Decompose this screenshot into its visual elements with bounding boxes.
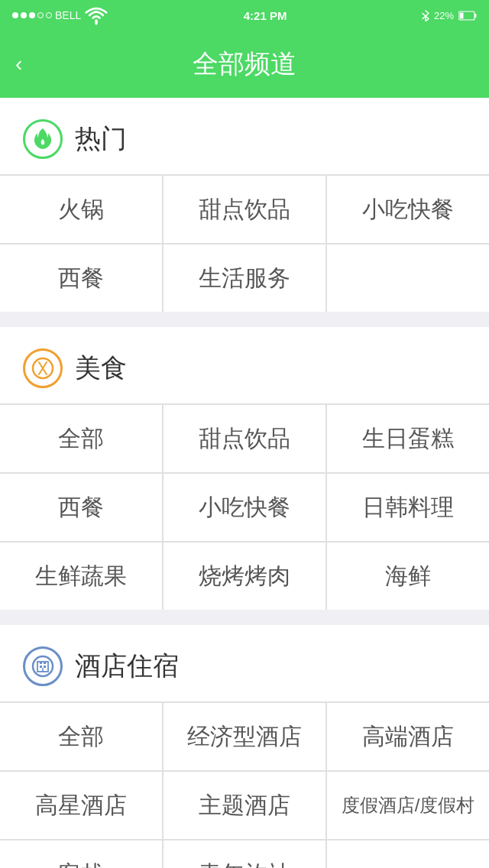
section-hotel: 酒店住宿 全部 经济型酒店 高端酒店 高星酒店 主题酒店 度假酒店/度假村 客栈… — [0, 625, 489, 868]
bluetooth-icon — [422, 9, 429, 21]
grid-item[interactable]: 小吃快餐 — [164, 474, 325, 541]
section-food: 美食 全部 甜点饮品 生日蛋糕 西餐 小吃快餐 日韩料理 生鲜蔬果 烧烤烤肉 海… — [0, 327, 489, 610]
carrier-label: BELL — [55, 9, 81, 21]
utensils-icon — [31, 357, 54, 380]
dot5 — [46, 12, 52, 18]
food-title: 美食 — [75, 351, 127, 386]
hotel-icon — [23, 646, 63, 686]
grid-item[interactable]: 甜点饮品 — [164, 176, 325, 243]
svg-rect-2 — [474, 14, 477, 18]
wifi-icon — [84, 3, 108, 28]
food-icon — [23, 348, 63, 388]
svg-point-6 — [33, 656, 53, 676]
grid-item[interactable]: 生日蛋糕 — [327, 405, 489, 472]
grid-item-empty — [327, 245, 489, 312]
grid-item[interactable]: 生活服务 — [164, 245, 325, 312]
grid-item[interactable]: 全部 — [0, 405, 162, 472]
status-bar: BELL 4:21 PM 22% — [0, 0, 489, 31]
content: 热门 火锅 甜点饮品 小吃快餐 西餐 生活服务 美食 全部 甜 — [0, 98, 489, 868]
grid-item[interactable]: 海鲜 — [327, 542, 489, 610]
svg-rect-1 — [459, 12, 463, 18]
signal-dots — [12, 12, 52, 18]
grid-item[interactable]: 客栈 — [0, 840, 162, 868]
dot1 — [12, 12, 18, 18]
grid-item-empty — [327, 840, 489, 868]
back-button[interactable]: ‹ — [15, 52, 22, 76]
grid-item[interactable]: 甜点饮品 — [164, 405, 325, 472]
header: ‹ 全部频道 — [0, 31, 489, 98]
grid-item[interactable]: 火锅 — [0, 176, 162, 243]
grid-item[interactable]: 全部 — [0, 703, 162, 770]
grid-item[interactable]: 主题酒店 — [164, 772, 325, 839]
hotel-grid: 全部 经济型酒店 高端酒店 高星酒店 主题酒店 度假酒店/度假村 客栈 青年旅社 — [0, 701, 489, 868]
status-left: BELL — [12, 3, 108, 28]
grid-item[interactable]: 高星酒店 — [0, 772, 162, 839]
svg-rect-9 — [44, 666, 46, 668]
grid-item[interactable]: 经济型酒店 — [164, 703, 325, 770]
grid-item[interactable]: 小吃快餐 — [327, 176, 489, 243]
dot2 — [21, 12, 27, 18]
grid-item[interactable]: 生鲜蔬果 — [0, 542, 162, 610]
status-right: 22% — [422, 9, 477, 21]
hot-title: 热门 — [75, 121, 127, 157]
food-grid: 全部 甜点饮品 生日蛋糕 西餐 小吃快餐 日韩料理 生鲜蔬果 烧烤烤肉 海鲜 — [0, 403, 489, 610]
status-time: 4:21 PM — [244, 9, 287, 22]
grid-item[interactable]: 日韩料理 — [327, 474, 489, 541]
building-icon — [31, 655, 54, 678]
section-hotel-header: 酒店住宿 — [0, 625, 489, 701]
page-title: 全部频道 — [193, 47, 296, 82]
battery-icon — [458, 11, 477, 21]
svg-rect-10 — [40, 662, 42, 664]
grid-item[interactable]: 度假酒店/度假村 — [327, 772, 489, 839]
section-hot: 热门 火锅 甜点饮品 小吃快餐 西餐 生活服务 — [0, 98, 489, 312]
grid-item[interactable]: 西餐 — [0, 245, 162, 312]
battery-percent: 22% — [434, 10, 454, 21]
svg-rect-8 — [40, 666, 42, 668]
hot-grid: 火锅 甜点饮品 小吃快餐 西餐 生活服务 — [0, 174, 489, 312]
grid-item[interactable]: 西餐 — [0, 474, 162, 541]
section-hot-header: 热门 — [0, 98, 489, 174]
grid-item[interactable]: 青年旅社 — [164, 840, 325, 868]
hotel-title: 酒店住宿 — [75, 649, 179, 684]
section-food-header: 美食 — [0, 327, 489, 403]
hot-icon — [23, 119, 63, 159]
grid-item[interactable]: 高端酒店 — [327, 703, 489, 770]
flame-icon — [32, 127, 53, 151]
dot4 — [37, 12, 44, 18]
svg-rect-11 — [44, 662, 46, 664]
dot3 — [29, 12, 35, 18]
grid-item[interactable]: 烧烤烤肉 — [164, 542, 325, 610]
